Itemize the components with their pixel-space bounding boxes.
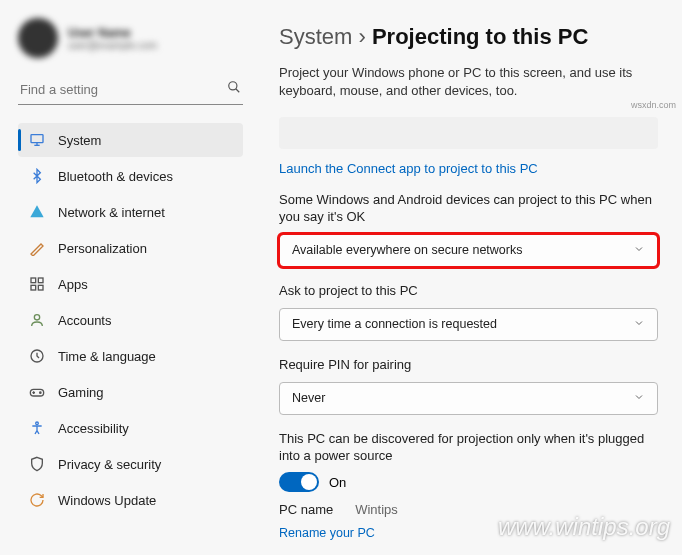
sidebar-item-apps[interactable]: Apps — [18, 267, 243, 301]
sidebar-item-bluetooth[interactable]: Bluetooth & devices — [18, 159, 243, 193]
search-input[interactable] — [20, 82, 227, 97]
info-banner — [279, 117, 658, 149]
svg-rect-5 — [31, 278, 36, 283]
availability-dropdown[interactable]: Available everywhere on secure networks — [279, 234, 658, 267]
pc-name-row: PC name Wintips — [279, 502, 658, 517]
time-icon — [28, 347, 46, 365]
network-icon — [28, 203, 46, 221]
sidebar-item-time[interactable]: Time & language — [18, 339, 243, 373]
discovery-label: This PC can be discovered for projection… — [279, 431, 658, 465]
privacy-icon — [28, 455, 46, 473]
svg-line-1 — [236, 89, 240, 93]
sidebar-item-label: Privacy & security — [58, 457, 161, 472]
chevron-down-icon — [633, 243, 645, 258]
nav-list: System Bluetooth & devices Network & int… — [18, 123, 243, 517]
profile-header[interactable]: User Name user@example.com — [18, 18, 243, 58]
bluetooth-icon — [28, 167, 46, 185]
sidebar-item-label: Windows Update — [58, 493, 156, 508]
sidebar-item-network[interactable]: Network & internet — [18, 195, 243, 229]
discovery-toggle[interactable] — [279, 472, 319, 492]
sidebar-item-label: Personalization — [58, 241, 147, 256]
profile-name: User Name — [68, 26, 157, 40]
update-icon — [28, 491, 46, 509]
page-title: Projecting to this PC — [372, 24, 588, 49]
chevron-down-icon — [633, 317, 645, 332]
sidebar-item-label: Bluetooth & devices — [58, 169, 173, 184]
discovery-toggle-row: On — [279, 472, 658, 492]
sidebar-item-personalization[interactable]: Personalization — [18, 231, 243, 265]
svg-rect-7 — [31, 285, 36, 290]
search-box[interactable] — [18, 76, 243, 105]
svg-point-13 — [36, 422, 39, 425]
ask-dropdown[interactable]: Every time a connection is requested — [279, 308, 658, 341]
svg-point-0 — [229, 82, 237, 90]
gaming-icon — [28, 383, 46, 401]
breadcrumb: System › Projecting to this PC — [279, 24, 658, 50]
sidebar-item-update[interactable]: Windows Update — [18, 483, 243, 517]
profile-email: user@example.com — [68, 40, 157, 51]
rename-pc-link[interactable]: Rename your PC — [279, 526, 375, 540]
sidebar-item-privacy[interactable]: Privacy & security — [18, 447, 243, 481]
accounts-icon — [28, 311, 46, 329]
svg-rect-6 — [38, 278, 43, 283]
pin-value: Never — [292, 391, 325, 405]
sidebar-item-label: Accounts — [58, 313, 111, 328]
ask-label: Ask to project to this PC — [279, 283, 658, 300]
sidebar-item-accessibility[interactable]: Accessibility — [18, 411, 243, 445]
ask-value: Every time a connection is requested — [292, 317, 497, 331]
breadcrumb-separator: › — [358, 24, 365, 49]
sidebar-item-label: Accessibility — [58, 421, 129, 436]
sidebar: User Name user@example.com System Blueto… — [0, 0, 255, 555]
sidebar-item-gaming[interactable]: Gaming — [18, 375, 243, 409]
launch-connect-link[interactable]: Launch the Connect app to project to thi… — [279, 161, 658, 176]
sidebar-item-label: Gaming — [58, 385, 104, 400]
svg-rect-2 — [31, 135, 43, 143]
main-content: System › Projecting to this PC Project y… — [255, 0, 682, 555]
svg-point-12 — [40, 392, 41, 393]
availability-label: Some Windows and Android devices can pro… — [279, 192, 658, 226]
pc-name-value: Wintips — [355, 502, 398, 517]
svg-rect-8 — [38, 285, 43, 290]
pc-name-label: PC name — [279, 502, 333, 517]
search-icon — [227, 80, 241, 98]
sidebar-item-accounts[interactable]: Accounts — [18, 303, 243, 337]
apps-icon — [28, 275, 46, 293]
system-icon — [28, 131, 46, 149]
pin-dropdown[interactable]: Never — [279, 382, 658, 415]
chevron-down-icon — [633, 391, 645, 406]
pin-label: Require PIN for pairing — [279, 357, 658, 374]
breadcrumb-parent[interactable]: System — [279, 24, 352, 49]
page-description: Project your Windows phone or PC to this… — [279, 64, 658, 99]
sidebar-item-label: Apps — [58, 277, 88, 292]
personalization-icon — [28, 239, 46, 257]
sidebar-item-label: System — [58, 133, 101, 148]
sidebar-item-label: Network & internet — [58, 205, 165, 220]
accessibility-icon — [28, 419, 46, 437]
discovery-toggle-state: On — [329, 475, 346, 490]
sidebar-item-label: Time & language — [58, 349, 156, 364]
avatar — [18, 18, 58, 58]
sidebar-item-system[interactable]: System — [18, 123, 243, 157]
availability-value: Available everywhere on secure networks — [292, 243, 522, 257]
svg-point-9 — [34, 315, 39, 320]
